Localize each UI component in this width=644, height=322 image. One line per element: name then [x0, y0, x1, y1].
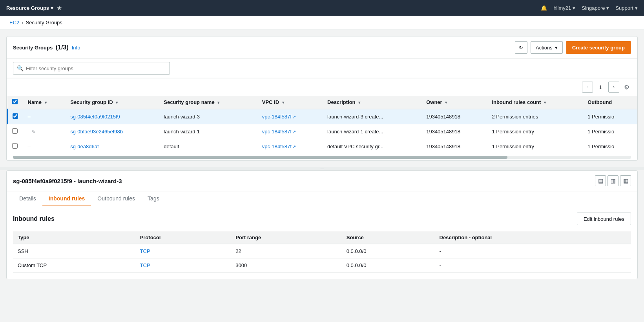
row-name-1: – ✎	[23, 124, 66, 139]
rule-protocol-link-1[interactable]: TCP	[140, 262, 150, 268]
nav-left: Resource Groups ▾ ★	[6, 4, 62, 12]
col-outbound-label: Outbound	[587, 99, 612, 105]
col-security-group-id[interactable]: Security group ID ▾	[66, 96, 159, 109]
col-sg-id-sort: ▾	[116, 100, 118, 105]
vpc-link-0[interactable]: vpc-184f587f	[262, 114, 292, 120]
support-menu[interactable]: Support ▾	[615, 5, 638, 11]
resize-divider[interactable]	[0, 167, 644, 170]
row-vpc-id-2: vpc-184f587f↗	[257, 139, 323, 154]
table-settings-button[interactable]: ⚙	[622, 82, 631, 93]
rules-row: SSH TCP 22 0.0.0.0/0 -	[13, 244, 631, 258]
col-description[interactable]: Description ▾	[323, 96, 421, 109]
search-icon: 🔍	[17, 65, 24, 71]
split-vertical-button[interactable]: ▥	[608, 175, 618, 186]
rules-col-description: Description - optional	[435, 231, 631, 244]
row-sg-name-0: launch-wizard-3	[159, 109, 257, 124]
search-bar: 🔍	[7, 59, 637, 78]
next-page-button[interactable]: ›	[608, 82, 619, 93]
user-menu[interactable]: hilmy21 ▾	[553, 5, 575, 11]
table-row[interactable]: – ✎ sg-0bfae93e2465ef98b launch-wizard-1…	[7, 124, 638, 139]
table-header-row: Name ▾ Security group ID ▾ Security grou…	[7, 96, 638, 109]
col-name[interactable]: Name ▾	[23, 96, 66, 109]
support-label: Support	[615, 5, 633, 11]
table-row[interactable]: – sg-dea8d6af default vpc-184f587f↗ defa…	[7, 139, 638, 154]
detail-tabs: Details Inbound rules Outbound rules Tag…	[7, 191, 637, 206]
row-owner-1: 193405148918	[421, 124, 487, 139]
actions-label: Actions	[536, 45, 553, 51]
detail-panel: sg-085f4ef0a9f0215f9 - launch-wizard-3 ▤…	[6, 170, 638, 279]
pin-icon[interactable]: ★	[57, 4, 62, 12]
sg-id-link-0[interactable]: sg-085f4ef0a9f0215f9	[70, 114, 120, 120]
inbound-rules-table: Type Protocol Port range Source Descript…	[13, 231, 631, 273]
top-navigation: Resource Groups ▾ ★ 🔔 hilmy21 ▾ Singapor…	[0, 0, 644, 16]
sg-id-link-1[interactable]: sg-0bfae93e2465ef98b	[70, 129, 123, 135]
row-name-2: –	[23, 139, 66, 154]
horizontal-scrollbar[interactable]	[13, 156, 631, 159]
scrollbar-thumb[interactable]	[13, 156, 507, 159]
actions-chevron: ▾	[555, 45, 558, 51]
nav-right: 🔔 hilmy21 ▾ Singapore ▾ Support ▾	[541, 5, 638, 11]
col-vpc-sort: ▾	[282, 100, 284, 105]
rule-protocol-link-0[interactable]: TCP	[140, 248, 150, 254]
row-checkbox-cell-1	[7, 124, 23, 139]
row-outbound-1: 1 Permissio	[583, 124, 637, 139]
info-link[interactable]: Info	[72, 45, 80, 51]
vpc-ext-icon-2: ↗	[292, 144, 296, 149]
row-inbound-count-2: 1 Permission entry	[487, 139, 583, 154]
panel-count: (1/3)	[56, 44, 69, 51]
tab-outbound-rules[interactable]: Outbound rules	[91, 191, 141, 206]
panel-title-group: Security Groups (1/3) Info	[13, 44, 80, 51]
col-inbound-rules-count[interactable]: Inbound rules count ▾	[487, 96, 583, 109]
sg-id-link-2[interactable]: sg-dea8d6af	[70, 144, 99, 149]
col-outbound[interactable]: Outbound	[583, 96, 637, 109]
row-outbound-2: 1 Permissio	[583, 139, 637, 154]
vpc-link-1[interactable]: vpc-184f587f	[262, 129, 292, 135]
row-checkbox-1[interactable]	[12, 128, 18, 134]
panel-title-text: Security Groups	[13, 45, 53, 51]
row-checkbox-2[interactable]	[12, 143, 18, 149]
maximize-button[interactable]: ▦	[620, 175, 631, 186]
rule-source-0: 0.0.0.0/0	[342, 244, 435, 258]
panel-header: Security Groups (1/3) Info ↻ Actions ▾ C…	[7, 36, 637, 59]
row-sg-id-0: sg-085f4ef0a9f0215f9	[66, 109, 159, 124]
tab-tags[interactable]: Tags	[141, 191, 166, 206]
security-groups-table-container: Name ▾ Security group ID ▾ Security grou…	[7, 96, 637, 160]
split-horizontal-button[interactable]: ▤	[595, 175, 606, 186]
col-owner-label: Owner	[426, 99, 442, 105]
col-owner[interactable]: Owner ▾	[421, 96, 487, 109]
row-desc-2: default VPC security gr...	[323, 139, 421, 154]
refresh-button[interactable]: ↻	[515, 41, 527, 54]
panel-actions: ↻ Actions ▾ Create security group	[515, 41, 631, 54]
notification-icon[interactable]: 🔔	[541, 5, 547, 11]
tab-details[interactable]: Details	[13, 191, 42, 206]
col-vpc-id[interactable]: VPC ID ▾	[257, 96, 323, 109]
rule-protocol-1: TCP	[135, 258, 231, 273]
vpc-ext-icon-0: ↗	[292, 115, 296, 119]
inbound-rules-section: Inbound rules Edit inbound rules Type Pr…	[7, 206, 637, 279]
vpc-link-2[interactable]: vpc-184f587f	[262, 144, 292, 149]
select-all-checkbox[interactable]	[12, 99, 18, 104]
col-name-label: Name	[28, 99, 42, 105]
row-sg-name-1: launch-wizard-1	[159, 124, 257, 139]
edit-inbound-rules-button[interactable]: Edit inbound rules	[577, 213, 631, 225]
actions-button[interactable]: Actions ▾	[531, 41, 563, 54]
row-sg-id-2: sg-dea8d6af	[66, 139, 159, 154]
brand-title[interactable]: Resource Groups ▾	[6, 5, 53, 11]
row-checkbox-cell-0	[7, 109, 23, 124]
tab-inbound-rules[interactable]: Inbound rules	[42, 191, 91, 206]
brand-chevron: ▾	[51, 5, 53, 11]
region-menu[interactable]: Singapore ▾	[582, 5, 609, 11]
row-desc-1: launch-wizard-1 create...	[323, 124, 421, 139]
col-owner-sort: ▾	[445, 100, 447, 105]
prev-page-button[interactable]: ‹	[582, 82, 593, 93]
row-inbound-count-1: 1 Permission entry	[487, 124, 583, 139]
row-checkbox-0[interactable]	[13, 113, 18, 119]
table-row[interactable]: – sg-085f4ef0a9f0215f9 launch-wizard-3 v…	[7, 109, 638, 124]
breadcrumb-parent[interactable]: EC2	[9, 20, 19, 25]
search-input[interactable]	[13, 62, 170, 75]
region-name: Singapore	[582, 5, 605, 11]
user-name: hilmy21	[553, 5, 571, 11]
detail-header: sg-085f4ef0a9f0215f9 - launch-wizard-3 ▤…	[7, 171, 637, 191]
create-security-group-button[interactable]: Create security group	[566, 41, 631, 54]
col-security-group-name[interactable]: Security group name ▾	[159, 96, 257, 109]
